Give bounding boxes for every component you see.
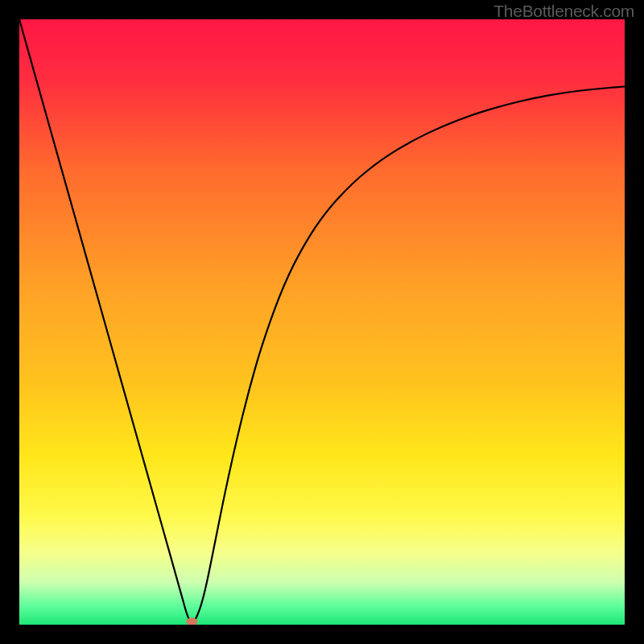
chart-plot-area bbox=[19, 19, 625, 625]
chart-background bbox=[19, 19, 625, 625]
bottleneck-chart bbox=[19, 19, 625, 625]
watermark-text: TheBottleneck.com bbox=[493, 2, 634, 21]
